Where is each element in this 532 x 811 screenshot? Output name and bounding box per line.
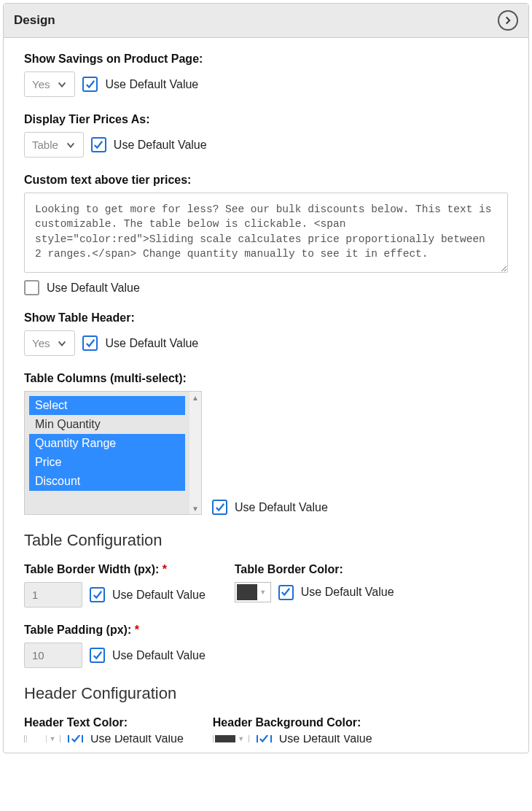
udv-label: Use Default Value [105,337,198,350]
checkbox-header-bg-color-udv[interactable] [257,735,272,742]
color-box [26,735,47,742]
ms-option-discount[interactable]: Discount [29,472,185,491]
ms-option-select[interactable]: Select [29,396,185,415]
section-table-configuration: Table Configuration [24,531,508,550]
select-value: Yes [32,337,50,349]
scroll-down-icon: ▼ [189,502,201,514]
scrollbar[interactable]: ▲ ▼ [189,392,201,514]
check-icon [281,587,291,597]
dropdown-arrow-icon: ▼ [47,735,58,742]
udv-label: Use Default Value [112,649,206,662]
udv-label: Use Default Value [112,589,206,602]
design-panel: Design Show Savings on Product Page: Yes… [3,3,529,753]
checkbox-show-savings-udv[interactable] [82,77,98,92]
check-icon [93,651,103,661]
udv-label: Use Default Value [105,78,198,91]
input-border-width[interactable] [24,582,82,608]
panel-header: Design [4,4,528,38]
field-table-padding: Table Padding (px): * Use Default Value [24,624,508,668]
udv-label: Use Default Value [301,586,394,599]
select-show-table-header[interactable]: Yes [24,330,75,356]
collapse-toggle[interactable] [498,10,518,31]
required-icon: * [163,563,167,575]
dropdown-arrow-icon: ▼ [257,589,269,596]
field-display-tier-as: Display Tier Prices As: Table Use Defaul… [24,113,508,158]
label-border-width: Table Border Width (px): * [24,563,206,576]
input-table-padding[interactable] [24,643,82,668]
ms-option-min-quantity[interactable]: Min Quantity [29,415,185,434]
field-custom-text: Custom text above tier prices: Looking t… [24,174,508,295]
label-header-bg-color: Header Background Color: [213,716,372,729]
label-display-tier-as: Display Tier Prices As: [24,113,508,126]
colorpicker-border-color[interactable]: ▼ [235,582,271,602]
check-icon [215,502,225,513]
label-header-text-color: Header Text Color: [24,716,184,729]
section-header-configuration: Header Configuration [24,684,508,703]
checkbox-show-table-header-udv[interactable] [82,335,98,351]
checkbox-border-color-udv[interactable] [278,585,294,600]
field-show-table-header: Show Table Header: Yes Use Default Value [24,311,508,356]
check-icon [85,338,95,349]
field-header-text-color: Header Text Color: ▼ Use Default Value [24,716,184,742]
check-icon [93,140,103,150]
color-box [215,735,235,742]
chevron-right-icon [504,16,512,25]
label-border-color: Table Border Color: [235,563,394,576]
select-value: Table [32,139,58,151]
multiselect-table-columns[interactable]: Select Min Quantity Quantity Range Price… [24,391,202,515]
check-icon [93,590,103,600]
field-header-bg-color: Header Background Color: ▼ Use Default V… [213,716,372,742]
field-border-width: Table Border Width (px): * Use Default V… [24,563,206,608]
label-table-columns: Table Columns (multi-select): [24,372,508,385]
field-table-columns: Table Columns (multi-select): Select Min… [24,372,508,515]
checkbox-table-padding-udv[interactable] [90,648,105,663]
chevron-down-icon [57,79,67,90]
select-value: Yes [32,78,50,90]
udv-label: Use Default Value [279,735,372,742]
checkbox-display-tier-udv[interactable] [91,137,106,152]
check-icon [85,79,95,90]
label-show-table-header: Show Table Header: [24,311,508,325]
textarea-custom-text[interactable]: Looking to get more for less? See our bu… [24,193,508,273]
label-custom-text: Custom text above tier prices: [24,174,508,187]
select-display-tier-as[interactable]: Table [24,132,84,158]
checkbox-border-width-udv[interactable] [90,587,105,602]
label-show-savings: Show Savings on Product Page: [24,53,508,66]
panel-title: Design [14,13,55,28]
ms-option-quantity-range[interactable]: Quantity Range [29,434,185,453]
field-show-savings: Show Savings on Product Page: Yes Use De… [24,53,508,97]
checkbox-table-columns-udv[interactable] [212,500,227,515]
check-icon [71,735,81,742]
check-icon [259,735,269,742]
udv-label: Use Default Value [114,139,207,152]
field-border-color: Table Border Color: ▼ Use Default Value [235,563,394,608]
scroll-up-icon: ▲ [189,392,201,403]
colorpicker-header-text-color[interactable]: ▼ [24,735,60,742]
select-show-savings[interactable]: Yes [24,71,75,97]
udv-label: Use Default Value [47,282,140,295]
label-table-padding: Table Padding (px): * [24,624,508,637]
chevron-down-icon [66,140,76,150]
required-icon: * [135,624,139,636]
chevron-down-icon [57,338,67,349]
ms-option-price[interactable]: Price [29,453,185,472]
checkbox-header-text-color-udv[interactable] [68,735,83,742]
panel-body: Show Savings on Product Page: Yes Use De… [4,38,528,753]
colorpicker-header-bg-color[interactable]: ▼ [213,735,249,742]
udv-label: Use Default Value [90,735,184,742]
color-box [237,584,257,600]
dropdown-arrow-icon: ▼ [235,735,247,742]
checkbox-custom-text-udv[interactable] [24,280,39,295]
udv-label: Use Default Value [235,501,328,514]
